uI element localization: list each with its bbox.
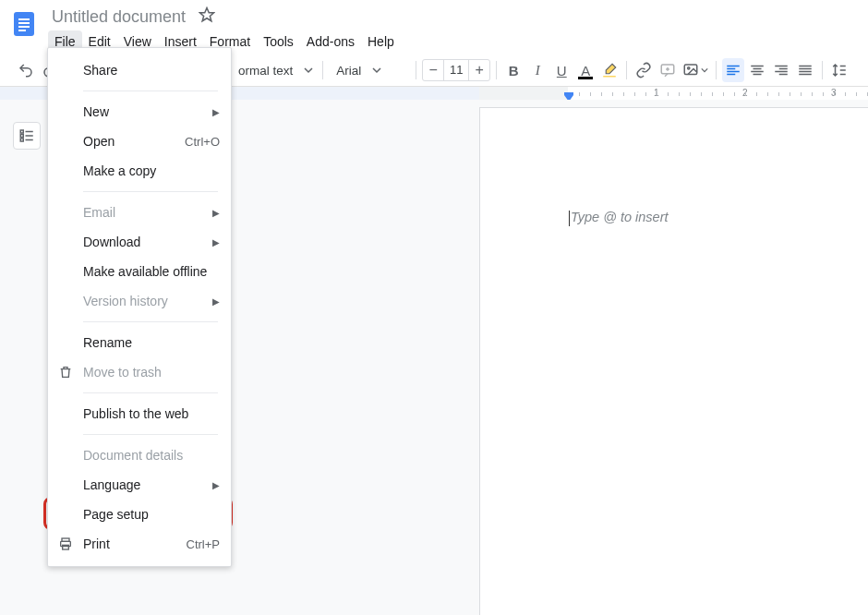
- chevron-right-icon: ▶: [212, 208, 220, 218]
- separator: [626, 61, 627, 79]
- menu-separator: [83, 191, 218, 192]
- file-menu-item-email: Email▶: [48, 198, 231, 227]
- shortcut-text: Ctrl+P: [187, 537, 220, 551]
- align-left-button[interactable]: [722, 58, 744, 82]
- text-color-button[interactable]: A: [574, 58, 597, 82]
- chevron-down-icon: [304, 64, 313, 78]
- menu-item-label: Make a copy: [83, 163, 156, 178]
- menubar-item-tools[interactable]: Tools: [257, 30, 300, 53]
- menubar-item-help[interactable]: Help: [361, 30, 401, 53]
- file-menu-item-new[interactable]: New▶: [48, 97, 231, 127]
- separator: [496, 61, 497, 79]
- file-menu-item-language[interactable]: Language▶: [48, 470, 231, 500]
- font-size-increase-button[interactable]: +: [469, 60, 489, 80]
- font-combo[interactable]: Arial: [329, 58, 410, 82]
- docs-logo[interactable]: [6, 6, 42, 42]
- svg-rect-11: [20, 135, 23, 138]
- menu-item-label: Document details: [83, 448, 183, 463]
- header: Untitled document FileEditViewInsertForm…: [0, 0, 868, 54]
- file-menu-item-document-details: Document details: [48, 440, 231, 470]
- menu-item-label: Version history: [83, 294, 168, 308]
- menu-item-label: Make available offline: [83, 264, 207, 279]
- menu-separator: [83, 434, 218, 435]
- underline-button[interactable]: U: [550, 58, 573, 82]
- italic-button[interactable]: I: [526, 58, 549, 82]
- menu-item-label: Language: [83, 477, 140, 492]
- font-size-control: − 11 +: [422, 59, 490, 81]
- font-size-value[interactable]: 11: [443, 60, 469, 80]
- file-menu-item-publish-to-the-web[interactable]: Publish to the web: [48, 399, 231, 428]
- menu-item-label: Download: [83, 235, 140, 249]
- page-placeholder: Type @ to insert: [569, 210, 669, 226]
- shortcut-text: Ctrl+O: [185, 135, 220, 149]
- file-menu-item-version-history: Version history▶: [48, 286, 231, 316]
- file-menu-dropdown: ShareNew▶OpenCtrl+OMake a copyEmail▶Down…: [47, 47, 232, 567]
- menu-item-label: Open: [83, 134, 115, 149]
- indent-marker-icon[interactable]: [563, 90, 573, 99]
- align-justify-button[interactable]: [794, 58, 816, 82]
- chevron-right-icon: ▶: [212, 107, 220, 117]
- svg-rect-4: [18, 30, 26, 31]
- file-menu-item-rename[interactable]: Rename: [48, 328, 231, 357]
- document-page[interactable]: Type @ to insert: [479, 107, 868, 615]
- file-menu-item-move-to-trash: Move to trash: [48, 357, 231, 387]
- chevron-down-icon: [372, 64, 381, 78]
- file-menu-item-make-available-offline[interactable]: Make available offline: [48, 257, 231, 286]
- separator: [822, 61, 823, 79]
- bold-button[interactable]: B: [502, 58, 524, 82]
- print-icon: [57, 537, 74, 551]
- align-right-button[interactable]: [770, 58, 792, 82]
- trash-icon: [57, 365, 74, 380]
- svg-rect-1: [18, 18, 30, 20]
- document-outline-button[interactable]: [13, 122, 41, 150]
- separator: [322, 61, 323, 79]
- insert-image-button[interactable]: [681, 58, 710, 82]
- chevron-right-icon: ▶: [212, 480, 220, 490]
- file-menu-item-print[interactable]: PrintCtrl+P: [48, 529, 231, 559]
- menu-separator: [83, 90, 218, 91]
- menu-separator: [83, 392, 218, 393]
- line-spacing-button[interactable]: [828, 58, 850, 82]
- insert-link-button[interactable]: [633, 58, 655, 82]
- menu-item-label: Rename: [83, 335, 132, 350]
- menu-separator: [83, 321, 218, 322]
- menu-item-label: Move to trash: [83, 365, 162, 380]
- file-menu-item-page-setup[interactable]: Page setup: [48, 500, 231, 529]
- menu-item-label: New: [83, 104, 109, 119]
- svg-rect-12: [20, 139, 23, 141]
- menubar-item-add-ons[interactable]: Add-ons: [300, 30, 361, 53]
- svg-rect-3: [18, 26, 30, 28]
- menu-item-label: Email: [83, 205, 115, 220]
- star-icon[interactable]: [199, 6, 215, 28]
- chevron-right-icon: ▶: [212, 237, 220, 247]
- svg-point-8: [688, 67, 690, 69]
- font-combo-label: Arial: [336, 64, 361, 78]
- file-menu-item-make-a-copy[interactable]: Make a copy: [48, 156, 231, 186]
- font-size-decrease-button[interactable]: −: [423, 60, 443, 80]
- svg-rect-10: [20, 130, 23, 133]
- style-combo-label: ormal text: [238, 64, 293, 78]
- menu-item-label: Page setup: [83, 507, 149, 522]
- file-menu-item-download[interactable]: Download▶: [48, 227, 231, 257]
- menu-item-label: Share: [83, 63, 117, 78]
- highlight-color-button[interactable]: [598, 58, 621, 82]
- file-menu-item-open[interactable]: OpenCtrl+O: [48, 127, 231, 156]
- paragraph-style-combo[interactable]: ormal text: [231, 58, 317, 82]
- menu-item-label: Publish to the web: [83, 406, 188, 421]
- svg-rect-2: [18, 22, 30, 24]
- separator: [416, 61, 416, 79]
- svg-rect-9: [564, 92, 573, 95]
- chevron-right-icon: ▶: [212, 296, 220, 307]
- add-comment-button[interactable]: [657, 58, 679, 82]
- separator: [716, 61, 717, 79]
- svg-marker-5: [200, 7, 214, 20]
- menu-item-label: Print: [83, 537, 110, 551]
- align-center-button[interactable]: [746, 58, 768, 82]
- undo-button[interactable]: [15, 58, 37, 82]
- document-title[interactable]: Untitled document: [52, 7, 186, 27]
- file-menu-item-share[interactable]: Share: [48, 55, 231, 85]
